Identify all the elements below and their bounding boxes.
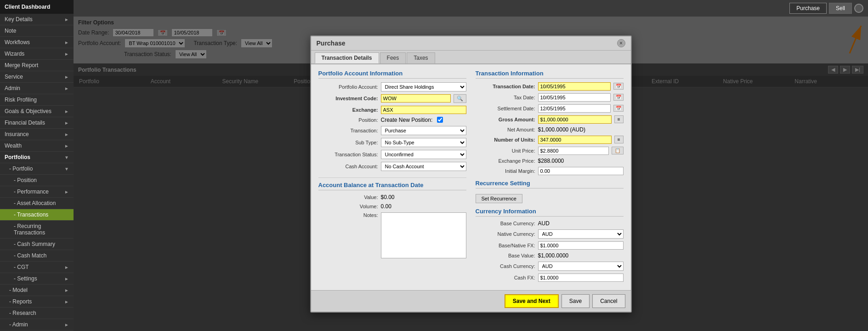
save-and-next-button[interactable]: Save and Next: [505, 294, 559, 308]
modal-footer: Save and Next Save Cancel: [311, 290, 631, 312]
sidebar-item-cgt[interactable]: - CGT ►: [0, 262, 74, 273]
sidebar-item-key-details[interactable]: Key Details ►: [0, 14, 74, 25]
exchange-price-label: Exchange Price:: [476, 158, 535, 164]
sidebar-item-portfolios[interactable]: Portfolios ▼: [0, 152, 74, 163]
base-value-label: Base Value:: [476, 253, 535, 258]
sidebar-item-financial-details[interactable]: Financial Details ►: [0, 117, 74, 129]
cash-account-dropdown[interactable]: No Cash Account: [381, 162, 466, 171]
chevron-right-icon: ►: [64, 86, 69, 91]
tax-date-cal-button[interactable]: 📅: [613, 94, 624, 101]
cancel-button[interactable]: Cancel: [592, 294, 625, 308]
tab-taxes[interactable]: Taxes: [407, 52, 435, 63]
sidebar-item-position[interactable]: - Position: [0, 175, 74, 186]
tax-date-input[interactable]: [538, 93, 611, 102]
set-recurrence-button[interactable]: Set Recurrence: [476, 194, 522, 203]
sell-button[interactable]: Sell: [829, 3, 852, 14]
value-row: Value: $0.00: [318, 194, 466, 200]
notes-label: Notes:: [318, 212, 378, 218]
notes-row: Notes:: [318, 212, 466, 258]
cash-fx-label: Cash FX:: [476, 275, 535, 280]
transaction-dropdown[interactable]: Purchase: [381, 126, 466, 135]
sidebar-item-research[interactable]: - Research: [0, 308, 74, 319]
cash-fx-input[interactable]: [538, 274, 624, 282]
transaction-status-dropdown[interactable]: Unconfirmed: [381, 150, 466, 159]
sidebar-item-cash-match[interactable]: - Cash Match: [0, 250, 74, 262]
modal-close-button[interactable]: ×: [617, 39, 625, 47]
sidebar-item-settings[interactable]: - Settings ►: [0, 273, 74, 285]
sidebar-item-wealth[interactable]: Wealth ►: [0, 140, 74, 152]
gross-amount-label: Gross Amount:: [476, 117, 535, 122]
base-value-row: Base Value: $1,000.0000: [476, 252, 624, 259]
position-label: Position:: [318, 117, 378, 123]
notes-textarea[interactable]: [381, 212, 466, 258]
create-new-position-checkbox[interactable]: [437, 117, 443, 123]
sidebar-item-service[interactable]: Service ►: [0, 71, 74, 83]
base-native-fx-input[interactable]: [538, 241, 624, 250]
sub-type-row: Sub Type: No Sub-Type: [318, 138, 466, 147]
unit-price-copy-button[interactable]: 📋: [612, 147, 624, 154]
save-button[interactable]: Save: [562, 294, 590, 308]
account-balance-section: Account Balance at Transaction Date Valu…: [318, 177, 466, 258]
portfolio-account-dropdown[interactable]: Direct Share Holdings: [381, 82, 466, 91]
exchange-input[interactable]: [381, 106, 466, 114]
chevron-right-icon: ►: [64, 51, 69, 57]
net-amount-label: Net Amount:: [476, 127, 535, 132]
sidebar-item-performance[interactable]: - Performance ►: [0, 186, 74, 198]
transaction-status-row: Transaction Status: Unconfirmed: [318, 150, 466, 159]
num-units-calc-button[interactable]: ≡: [614, 136, 624, 143]
sidebar-item-admin[interactable]: Admin ►: [0, 83, 74, 94]
base-native-fx-label: Base/Native FX:: [476, 243, 535, 248]
sidebar-item-risk-profiling[interactable]: Risk Profiling: [0, 94, 74, 106]
sidebar-header: Client Dashboard: [0, 0, 74, 14]
modal-body: Portfolio Account Information Portfolio …: [311, 64, 631, 290]
sidebar-item-insurance[interactable]: Insurance ►: [0, 129, 74, 140]
content-area: Filter Options Date Range: 📅 📅 Portfolio…: [74, 17, 868, 331]
unit-price-input[interactable]: [538, 147, 609, 155]
investment-code-search-button[interactable]: 🔍: [454, 94, 466, 103]
sidebar-item-recurring-transactions[interactable]: - Recurring Transactions: [0, 221, 74, 239]
initial-margin-input[interactable]: [538, 167, 624, 175]
sidebar-item-admin-sub[interactable]: - Admin ►: [0, 319, 74, 331]
sidebar-item-note[interactable]: Note: [0, 25, 74, 37]
gross-amount-calc-button[interactable]: ≡: [614, 115, 624, 123]
sidebar-item-model[interactable]: - Model ►: [0, 285, 74, 296]
transaction-row: Transaction: Purchase: [318, 126, 466, 135]
sidebar-item-portfolio[interactable]: - Portfolio ▼: [0, 163, 74, 175]
native-currency-row: Native Currency: AUD: [476, 229, 624, 239]
settlement-date-cal-button[interactable]: 📅: [613, 105, 624, 112]
gross-amount-input[interactable]: [538, 115, 612, 124]
currency-title: Currency Information: [476, 208, 624, 217]
currency-section: Currency Information Base Currency: AUD …: [476, 208, 624, 282]
volume-row: Volume: 0.00: [318, 203, 466, 210]
cash-currency-row: Cash Currency: AUD: [476, 262, 624, 271]
chevron-right-icon: ►: [64, 109, 69, 114]
sidebar-item-transactions[interactable]: - Transactions: [0, 209, 74, 221]
cash-currency-dropdown[interactable]: AUD: [538, 262, 624, 271]
native-currency-dropdown[interactable]: AUD: [538, 229, 624, 239]
modal-left-panel: Portfolio Account Information Portfolio …: [318, 70, 466, 285]
value-value: $0.00: [381, 194, 395, 200]
tab-transaction-details[interactable]: Transaction Details: [315, 52, 379, 63]
position-row: Position: Create New Position:: [318, 117, 466, 123]
sidebar-item-reports[interactable]: - Reports ►: [0, 296, 74, 308]
initial-margin-label: Initial Margin:: [476, 168, 535, 174]
transaction-date-cal-button[interactable]: 📅: [613, 83, 624, 90]
sidebar-item-goals[interactable]: Goals & Objectives ►: [0, 106, 74, 117]
sidebar-item-asset-allocation[interactable]: - Asset Allocation: [0, 198, 74, 209]
transaction-date-input[interactable]: [538, 82, 611, 91]
num-units-input[interactable]: [538, 136, 612, 144]
modal-right-panel: Transaction Information Transaction Date…: [476, 70, 624, 285]
tab-fees[interactable]: Fees: [380, 52, 406, 63]
sidebar-item-wizards[interactable]: Wizards ►: [0, 48, 74, 60]
sidebar-item-merge-report[interactable]: Merge Report: [0, 60, 74, 71]
sidebar-item-cash-summary[interactable]: - Cash Summary: [0, 239, 74, 250]
sidebar-item-workflows[interactable]: Workflows ►: [0, 37, 74, 48]
tax-date-row: Tax Date: 📅: [476, 93, 624, 102]
settlement-date-input[interactable]: [538, 104, 611, 113]
purchase-modal: Purchase × Transaction Details Fees Taxe…: [310, 35, 632, 313]
purchase-button[interactable]: Purchase: [789, 3, 827, 14]
transaction-status-field-label: Transaction Status:: [318, 152, 378, 157]
investment-code-input[interactable]: [381, 94, 451, 103]
sidebar: Client Dashboard Key Details ► Note Work…: [0, 0, 74, 331]
sub-type-dropdown[interactable]: No Sub-Type: [381, 138, 466, 147]
